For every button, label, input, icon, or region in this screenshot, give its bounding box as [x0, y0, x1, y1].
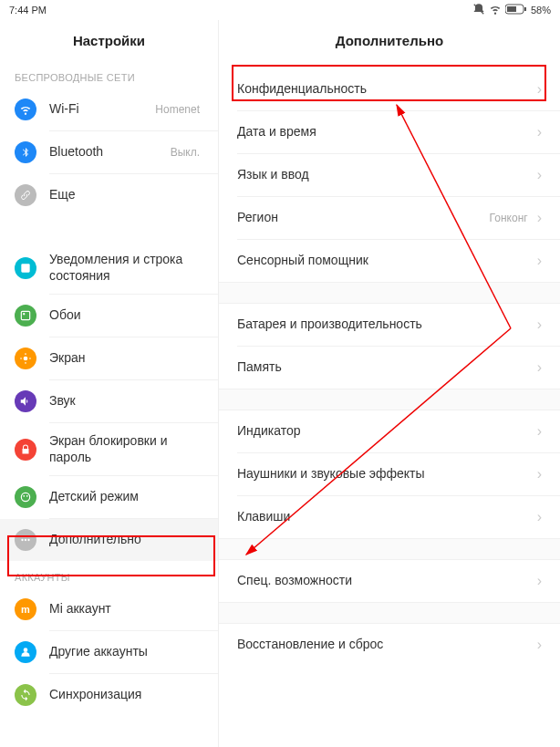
- sidebar-item-wallpaper[interactable]: Обои: [0, 295, 218, 337]
- item-reset[interactable]: Восстановление и сброс ›: [219, 624, 560, 666]
- item-privacy[interactable]: Конфиденциальность ›: [219, 68, 560, 110]
- svg-point-7: [24, 357, 28, 361]
- childmode-label: Детский режим: [49, 489, 203, 505]
- wifi-label: Wi-Fi: [49, 101, 155, 118]
- region-label: Регион: [237, 210, 490, 226]
- svg-point-14: [26, 495, 28, 497]
- region-value: Гонконг: [490, 212, 528, 224]
- svg-point-15: [21, 539, 23, 541]
- chevron-right-icon: ›: [537, 253, 542, 269]
- status-time: 7:44 PM: [9, 5, 47, 16]
- detail-title: Дополнительно: [219, 20, 560, 61]
- dnd-icon: [472, 3, 485, 17]
- bluetooth-value: Выкл.: [171, 146, 200, 159]
- svg-rect-4: [21, 264, 29, 272]
- accessibility-label: Спец. возможности: [237, 573, 532, 589]
- svg-point-17: [27, 539, 29, 541]
- indicator-label: Индикатор: [237, 423, 532, 440]
- chevron-right-icon: ›: [537, 466, 542, 482]
- lockscreen-label: Экран блокировки и пароль: [49, 433, 203, 465]
- svg-point-12: [21, 493, 29, 501]
- wifi-icon: [15, 99, 36, 120]
- language-label: Язык и ввод: [237, 167, 532, 183]
- more-label: Еще: [49, 187, 203, 203]
- mi-icon: m: [15, 598, 36, 620]
- battery-icon: [505, 4, 527, 16]
- notifications-label: Уведомления и строка состояния: [49, 252, 203, 284]
- sound-icon: [15, 390, 36, 412]
- item-language[interactable]: Язык и ввод ›: [219, 154, 560, 196]
- wifi-value: Homenet: [155, 103, 200, 116]
- child-icon: [15, 486, 36, 508]
- bluetooth-icon: [15, 141, 36, 163]
- sidebar-item-otheraccounts[interactable]: Другие аккаунты: [0, 631, 218, 673]
- chevron-right-icon: ›: [537, 124, 542, 140]
- sidebar-item-display[interactable]: Экран: [0, 337, 218, 379]
- sidebar-item-sync[interactable]: Синхронизация: [0, 674, 218, 716]
- item-keys[interactable]: Клавиши ›: [219, 496, 560, 538]
- chevron-right-icon: ›: [537, 210, 542, 226]
- svg-point-13: [23, 495, 25, 497]
- memory-label: Память: [237, 359, 532, 376]
- svg-point-18: [24, 648, 28, 652]
- detail-pane: Дополнительно Конфиденциальность › Дата …: [219, 20, 560, 747]
- chevron-right-icon: ›: [537, 637, 542, 653]
- item-indicator[interactable]: Индикатор ›: [219, 410, 560, 452]
- link-icon: [15, 184, 36, 206]
- sync-label: Синхронизация: [49, 687, 203, 703]
- settings-sidebar: Настройки БЕСПРОВОДНЫЕ СЕТИ Wi-Fi Homene…: [0, 20, 219, 747]
- wifi-icon: [489, 3, 502, 17]
- sidebar-item-lockscreen[interactable]: Экран блокировки и пароль: [0, 423, 218, 475]
- lock-icon: [15, 439, 36, 461]
- svg-rect-3: [524, 7, 526, 11]
- status-bar: 7:44 PM 58%: [0, 0, 560, 20]
- status-indicators: 58%: [472, 3, 551, 17]
- item-sensor[interactable]: Сенсорный помощник ›: [219, 240, 560, 282]
- display-label: Экран: [49, 350, 203, 367]
- chevron-right-icon: ›: [537, 316, 542, 333]
- display-icon: [15, 348, 36, 369]
- item-accessibility[interactable]: Спец. возможности ›: [219, 560, 560, 602]
- privacy-label: Конфиденциальность: [237, 81, 532, 98]
- reset-label: Восстановление и сброс: [237, 637, 532, 653]
- additional-label: Дополнительно: [49, 532, 203, 548]
- item-datetime[interactable]: Дата и время ›: [219, 111, 560, 153]
- chevron-right-icon: ›: [537, 81, 542, 98]
- wallpaper-label: Обои: [49, 307, 203, 324]
- sidebar-item-childmode[interactable]: Детский режим: [0, 476, 218, 518]
- battery-percent: 58%: [531, 5, 551, 16]
- sidebar-item-sound[interactable]: Звук: [0, 380, 218, 422]
- keys-label: Клавиши: [237, 509, 532, 525]
- sidebar-item-wifi[interactable]: Wi-Fi Homenet: [0, 88, 218, 130]
- dots-icon: [15, 529, 36, 551]
- headphones-label: Наушники и звуковые эффекты: [237, 466, 532, 482]
- wallpaper-icon: [15, 305, 36, 327]
- sound-label: Звук: [49, 393, 203, 410]
- chevron-right-icon: ›: [537, 167, 542, 183]
- person-icon: [15, 641, 36, 663]
- item-battery[interactable]: Батарея и производительность ›: [219, 304, 560, 346]
- sidebar-item-notifications[interactable]: Уведомления и строка состояния: [0, 242, 218, 294]
- chevron-right-icon: ›: [537, 423, 542, 440]
- chevron-right-icon: ›: [537, 573, 542, 589]
- battery-label: Батарея и производительность: [237, 316, 532, 333]
- sidebar-item-bluetooth[interactable]: Bluetooth Выкл.: [0, 131, 218, 173]
- notifications-icon: [15, 257, 36, 279]
- miaccount-label: Mi аккаунт: [49, 601, 203, 617]
- sidebar-item-more[interactable]: Еще: [0, 174, 218, 216]
- sensor-label: Сенсорный помощник: [237, 253, 532, 269]
- item-headphones[interactable]: Наушники и звуковые эффекты ›: [219, 453, 560, 495]
- item-memory[interactable]: Память ›: [219, 347, 560, 389]
- svg-point-16: [25, 539, 26, 541]
- svg-point-6: [23, 313, 25, 315]
- svg-rect-5: [21, 311, 29, 319]
- item-region[interactable]: Регион Гонконг ›: [219, 197, 560, 239]
- section-wireless: БЕСПРОВОДНЫЕ СЕТИ: [0, 61, 218, 88]
- sync-icon: [15, 684, 36, 706]
- datetime-label: Дата и время: [237, 124, 532, 140]
- sidebar-item-miaccount[interactable]: m Mi аккаунт: [0, 588, 218, 630]
- otheraccounts-label: Другие аккаунты: [49, 644, 203, 660]
- svg-rect-2: [507, 6, 516, 12]
- section-accounts: АККАУНТЫ: [0, 561, 218, 588]
- sidebar-item-additional[interactable]: Дополнительно: [0, 519, 218, 561]
